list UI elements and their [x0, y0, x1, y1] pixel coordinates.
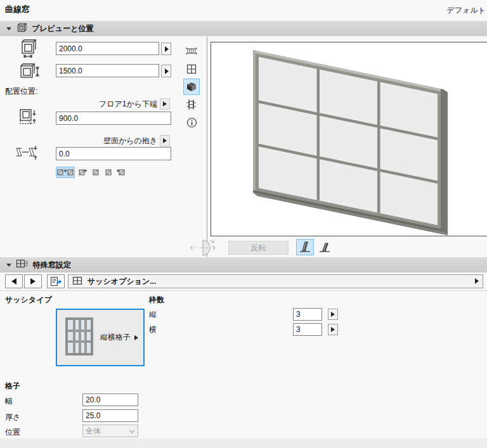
- anchor-option-left-button[interactable]: [77, 167, 88, 178]
- opening-direction-right-button[interactable]: [316, 239, 334, 255]
- placement-label: 配置位置:: [5, 87, 37, 96]
- lattice-thickness-label: 厚さ: [5, 413, 20, 421]
- vertical-count-flyout-button[interactable]: [328, 309, 338, 320]
- grid-icon: [72, 276, 82, 287]
- special-section-icon: [16, 259, 29, 272]
- chevron-down-icon: [129, 426, 135, 435]
- section-view-button[interactable]: [183, 96, 200, 113]
- height-input[interactable]: [56, 64, 159, 77]
- section-header-preview[interactable]: プレビューと位置: [0, 21, 487, 36]
- lattice-position-dropdown[interactable]: 全体: [82, 425, 138, 437]
- menu-arrow-icon: [474, 277, 479, 286]
- page-title: 曲線窓: [5, 5, 30, 14]
- plan-view-button[interactable]: [183, 43, 200, 60]
- section-title: 特殊窓設定: [33, 260, 71, 271]
- horizontal-count-input[interactable]: [293, 323, 322, 336]
- collapse-triangle-icon: [6, 27, 11, 30]
- section-title: プレビューと位置: [32, 23, 93, 34]
- anchor-reference-label: フロア1から下端: [99, 99, 157, 108]
- anchor-option-both-button[interactable]: [56, 167, 75, 178]
- lattice-label: 格子: [5, 381, 20, 390]
- anchor-option-custom-button[interactable]: [115, 167, 126, 178]
- sill-height-input[interactable]: [56, 112, 171, 125]
- sash-type-value: 縦横格子: [100, 332, 131, 343]
- sash-options-label: サッシオプション...: [88, 276, 156, 287]
- width-flyout-button[interactable]: [161, 42, 171, 55]
- sash-options-menu[interactable]: サッシオプション...: [68, 274, 483, 288]
- sash-type-arrow-icon: [134, 333, 138, 342]
- previous-page-button[interactable]: [5, 274, 23, 288]
- window-settings-dialog: 曲線窓 デフォルト プレビューと位置 配置位置:: [0, 0, 487, 448]
- collapse-triangle-icon: [6, 264, 11, 267]
- window-height-icon: [18, 62, 41, 83]
- wall-reveal-icon: [14, 143, 39, 164]
- reveal-label: 壁面からの抱き: [103, 136, 157, 145]
- reveal-flyout-button[interactable]: [160, 135, 170, 146]
- info-button[interactable]: [183, 114, 200, 131]
- sash-type-label: サッシタイプ: [5, 295, 52, 304]
- sash-thumbnail-icon: [65, 317, 94, 358]
- lattice-thickness-input[interactable]: [82, 409, 138, 422]
- sill-height-icon: [18, 108, 39, 129]
- anchor-option-center-button[interactable]: [90, 167, 101, 178]
- vertical-count-input[interactable]: [293, 308, 322, 321]
- preview-section-icon: [16, 22, 27, 35]
- divider: [0, 290, 487, 291]
- flip-button-label: 反転: [251, 243, 266, 253]
- lattice-position-label: 位置: [5, 428, 20, 437]
- elevation-view-button[interactable]: [183, 61, 200, 77]
- reveal-input[interactable]: [56, 147, 171, 160]
- height-flyout-button[interactable]: [161, 65, 171, 77]
- window-3d-preview: [211, 42, 486, 236]
- panel-divider: [207, 37, 207, 257]
- frame-count-label: 枠数: [149, 295, 164, 304]
- flip-button[interactable]: 反転: [228, 241, 289, 255]
- sash-type-button[interactable]: 縦横格子: [56, 309, 145, 366]
- 3d-view-button[interactable]: [183, 79, 200, 95]
- preview-canvas[interactable]: [211, 42, 487, 236]
- horizontal-count-label: 横: [149, 325, 157, 334]
- lattice-position-value: 全体: [86, 426, 101, 437]
- anchor-reference-flyout-button[interactable]: [160, 98, 170, 110]
- opening-direction-left-button[interactable]: [296, 239, 314, 255]
- lattice-width-input[interactable]: [82, 394, 138, 406]
- window-width-icon: [18, 39, 39, 61]
- vertical-count-label: 縦: [149, 310, 157, 319]
- preset-name: デフォルト: [447, 6, 486, 15]
- section-header-special[interactable]: 特殊窓設定: [0, 257, 487, 272]
- width-input[interactable]: [56, 42, 159, 55]
- anchor-option-right-button[interactable]: [103, 167, 114, 178]
- lattice-width-label: 幅: [5, 397, 13, 406]
- dialog-footer-strip: [0, 438, 487, 448]
- horizontal-count-flyout-button[interactable]: [328, 324, 338, 335]
- transfer-settings-button[interactable]: [47, 274, 65, 288]
- next-page-button[interactable]: [24, 274, 42, 288]
- mirror-icon: [188, 239, 218, 259]
